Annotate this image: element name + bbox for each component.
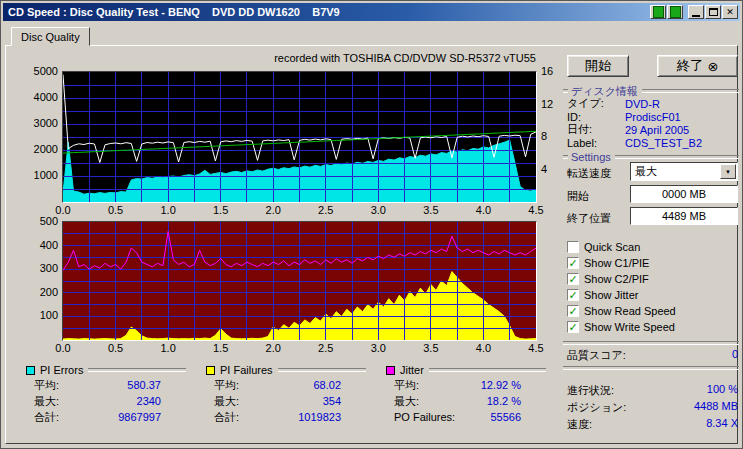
stat-value: 354	[323, 395, 341, 407]
separator	[563, 341, 739, 345]
quality-chart-bottom	[62, 221, 537, 341]
checkbox-box[interactable]: ✓	[567, 321, 579, 333]
checkbox-show-c1-pie[interactable]: ✓Show C1/PIE	[567, 255, 738, 271]
stat-value: 18.2 %	[487, 395, 521, 407]
app-window: CD Speed : Disc Quality Test - BENQ DVD …	[0, 0, 743, 449]
header-rule	[615, 155, 739, 159]
check-icon: ✓	[568, 322, 577, 333]
settings-checkbox-list: Quick Scan✓Show C1/PIE✓Show C2/PIF✓Show …	[567, 239, 738, 335]
stat-label: 合計:	[206, 410, 239, 425]
close-button[interactable]: ✕	[722, 5, 738, 19]
disc-info-field-value: 29 April 2005	[625, 124, 689, 136]
start-button[interactable]: 開始	[567, 55, 629, 77]
checkbox-quick-scan[interactable]: Quick Scan	[567, 239, 738, 255]
maximize-button[interactable]	[705, 5, 721, 19]
disc-info-field-value: ProdiscF01	[625, 111, 681, 123]
axis-tick: 300	[13, 263, 58, 274]
axis-tick: 1.0	[152, 343, 184, 354]
titlebar[interactable]: CD Speed : Disc Quality Test - BENQ DVD …	[3, 3, 740, 21]
status-row-: ポジション:4488 MB	[567, 400, 738, 415]
axis-tick: 1.5	[205, 343, 237, 354]
checkbox-box[interactable]: ✓	[567, 289, 579, 301]
stat-row: 平均:12.92 %	[386, 377, 521, 393]
axis-tick: 2.5	[310, 205, 342, 216]
end-position-input[interactable]	[630, 207, 738, 225]
check-icon: ✓	[568, 258, 577, 269]
disc-info-field-value: DVD-R	[625, 98, 660, 110]
status-label: 進行状況:	[567, 383, 614, 398]
checkbox-show-c2-pif[interactable]: ✓Show C2/PIF	[567, 271, 738, 287]
status-value: 100 %	[707, 383, 738, 398]
checkbox-label: Show Read Speed	[584, 305, 676, 317]
axis-tick: 4.5	[520, 343, 552, 354]
checkbox-label: Quick Scan	[584, 241, 640, 253]
legend-swatch	[206, 366, 215, 375]
checkbox-box[interactable]: ✓	[567, 273, 579, 285]
stat-label: 平均:	[386, 378, 419, 393]
stat-value: 68.02	[313, 379, 341, 391]
axis-tick: 4.0	[467, 205, 499, 216]
legend-row: PI Errors	[26, 363, 186, 377]
legend-swatch	[26, 366, 35, 375]
axis-tick: 1000	[13, 170, 58, 181]
axis-tick: 1.5	[205, 205, 237, 216]
start-position-input[interactable]	[630, 185, 738, 203]
axis-tick: 3.0	[362, 205, 394, 216]
quality-score-row: 品質スコア: 0	[567, 348, 738, 363]
transfer-speed-label: 転送速度	[567, 166, 611, 181]
axis-tick: 5000	[13, 66, 58, 77]
axis-tick: 3000	[13, 118, 58, 129]
stat-row: 最大:2340	[26, 393, 161, 409]
status-label: ポジション:	[567, 400, 626, 415]
axis-tick: 2000	[13, 144, 58, 155]
chevron-down-icon[interactable]: ▼	[720, 164, 736, 179]
window-title: CD Speed : Disc Quality Test - BENQ DVD …	[3, 6, 340, 18]
checkbox-box[interactable]	[567, 241, 579, 253]
transfer-speed-value: 最大	[631, 164, 720, 179]
axis-tick: 3.5	[415, 343, 447, 354]
checkbox-show-write-speed[interactable]: ✓Show Write Speed	[567, 319, 738, 335]
checkbox-show-read-speed[interactable]: ✓Show Read Speed	[567, 303, 738, 319]
checkbox-box[interactable]: ✓	[567, 305, 579, 317]
stat-row: 最大:18.2 %	[386, 393, 521, 409]
check-icon: ✓	[568, 290, 577, 301]
checkbox-label: Show C2/PIF	[584, 273, 649, 285]
separator	[563, 366, 739, 370]
titlebar-buttons: ✕	[650, 5, 738, 19]
show-data-icon[interactable]	[667, 5, 683, 19]
axis-tick: 4.5	[520, 205, 552, 216]
minimize-button[interactable]	[688, 5, 704, 19]
close-icon: ✕	[726, 8, 734, 17]
header-dash	[563, 155, 568, 159]
status-label: 速度:	[567, 417, 592, 432]
green-document-icon	[653, 6, 664, 18]
exit-button[interactable]: 終了 ⊗	[657, 55, 738, 77]
minimize-icon	[692, 15, 700, 17]
legend-row: PI Failures	[206, 363, 366, 377]
axis-tick: 4.0	[467, 343, 499, 354]
disc-info-field-label: タイプ:	[567, 96, 625, 111]
stat-label: 平均:	[26, 378, 59, 393]
stat-value: 1019823	[298, 411, 341, 423]
legend-swatch	[386, 366, 395, 375]
axis-tick: 2.5	[310, 343, 342, 354]
tab-disc-quality[interactable]: Disc Quality	[11, 27, 90, 46]
legend-rule	[278, 368, 366, 372]
legend-row: Jitter	[386, 363, 546, 377]
axis-tick: 4	[541, 164, 563, 175]
show-graph-icon[interactable]	[650, 5, 666, 19]
legend-label: PI Failures	[220, 364, 273, 376]
stat-row: 合計:1019823	[206, 409, 341, 425]
stat-row: PO Failures:55566	[386, 409, 521, 425]
stat-group-jitter: Jitter平均:12.92 %最大:18.2 %PO Failures:555…	[386, 363, 546, 425]
stat-row: 合計:9867997	[26, 409, 161, 425]
maximize-icon	[709, 8, 718, 16]
status-value: 4488 MB	[694, 400, 738, 415]
transfer-speed-select[interactable]: 最大 ▼	[630, 162, 738, 181]
axis-tick: 400	[13, 240, 58, 251]
axis-tick: 200	[13, 287, 58, 298]
checkbox-box[interactable]: ✓	[567, 257, 579, 269]
checkbox-show-jitter[interactable]: ✓Show Jitter	[567, 287, 738, 303]
disc-info-field-label: 日付:	[567, 122, 625, 137]
exit-icon: ⊗	[707, 60, 718, 73]
